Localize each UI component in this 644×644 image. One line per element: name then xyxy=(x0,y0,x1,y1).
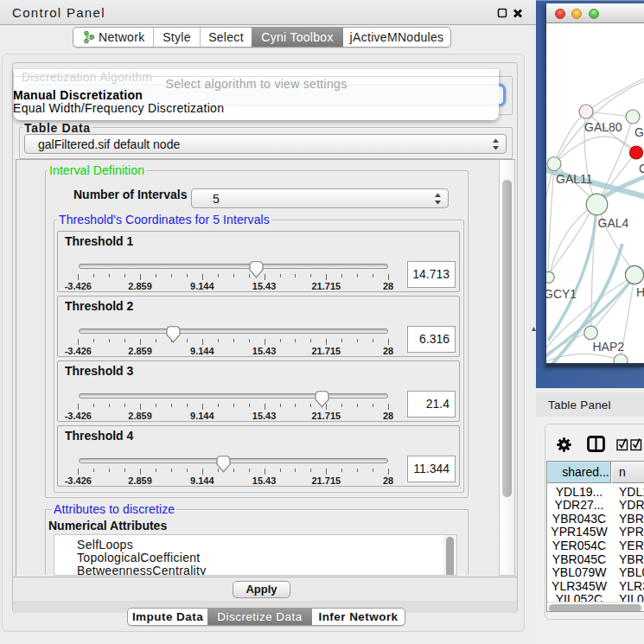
svg-text:GAL80: GAL80 xyxy=(584,120,622,134)
svg-text:HAP2: HAP2 xyxy=(593,340,625,354)
svg-text:GA: GA xyxy=(634,125,644,139)
svg-text:H: H xyxy=(636,285,644,299)
svg-text:C: C xyxy=(639,162,644,175)
svg-text:GAL4: GAL4 xyxy=(598,216,629,230)
svg-text:GCY1: GCY1 xyxy=(546,287,577,301)
svg-text:GAL11: GAL11 xyxy=(556,172,593,186)
